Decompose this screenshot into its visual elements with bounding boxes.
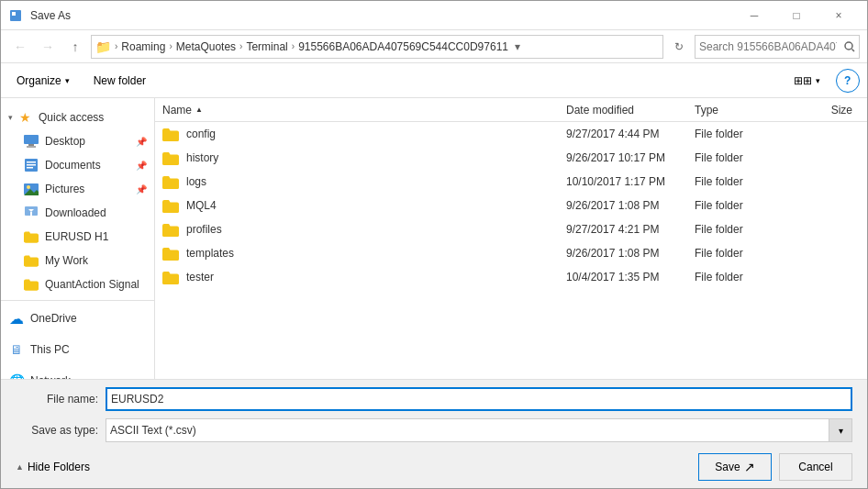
col-date-header[interactable]: Date modified [566,104,695,117]
breadcrumb-item-terminal: Terminal [246,40,287,53]
help-button[interactable]: ? [836,69,860,93]
hide-folders-chevron-icon: ▲ [16,462,24,472]
quantaction-label: QuantAction Signal [45,278,147,291]
pictures-pin-icon: 📌 [136,184,147,194]
sidebar-item-onedrive[interactable]: ☁ OneDrive [1,305,154,332]
col-type-header[interactable]: Type [695,104,786,117]
pictures-label: Pictures [45,183,132,195]
savetype-row: Save as type: ASCII Text (*.csv) ▾ [16,418,852,442]
file-row-tester[interactable]: tester 10/4/2017 1:35 PM File folder [155,265,867,289]
sidebar-item-eurusd[interactable]: EURUSD H1 [1,225,154,249]
new-folder-button[interactable]: New folder [85,69,154,93]
desktop-icon [23,133,39,150]
bottom-bar: File name: Save as type: ASCII Text (*.c… [1,379,867,488]
filename-label: File name: [16,393,98,406]
quick-access-chevron: ▾ [8,113,13,122]
breadcrumb-dropdown-button[interactable]: ▾ [508,35,527,59]
sidebar-item-pictures[interactable]: Pictures 📌 [1,177,154,201]
folder-icon-history [162,150,179,166]
view-dropdown-icon: ▾ [816,76,820,85]
file-name-history: history [186,151,566,164]
documents-label: Documents [45,159,132,172]
up-button[interactable]: ↑ [63,35,87,59]
svg-line-3 [852,49,855,51]
sidebar-item-mywork[interactable]: My Work [1,249,154,272]
file-row-profiles[interactable]: profiles 9/27/2017 4:21 PM File folder [155,217,867,241]
sidebar-item-desktop[interactable]: Desktop 📌 [1,129,154,153]
sidebar: ▾ ★ Quick access Desktop 📌 [1,98,155,379]
sidebar-item-quantaction[interactable]: QuantAction Signal [1,272,154,296]
save-as-dialog: Save As ─ □ × ← → ↑ 📁 › Roaming › MetaQu… [0,0,868,489]
minimize-button[interactable]: ─ [733,1,775,30]
save-button[interactable]: Save ↗ [698,453,772,481]
dialog-icon [8,8,23,23]
sidebar-item-documents[interactable]: Documents 📌 [1,153,154,177]
svg-point-2 [845,42,852,50]
file-row-mql4[interactable]: MQL4 9/26/2017 1:08 PM File folder [155,194,867,217]
filename-input[interactable] [106,387,852,411]
svg-rect-5 [28,144,34,146]
back-button[interactable]: ← [8,35,32,59]
title-bar-controls: ─ □ × [733,1,860,30]
folder-icon-mql4 [162,197,179,214]
file-row-templates[interactable]: templates 9/26/2017 1:08 PM File folder [155,241,867,265]
nav-bar: ← → ↑ 📁 › Roaming › MetaQuotes › Termina… [1,30,867,63]
search-box [695,35,860,59]
file-name-mql4: MQL4 [186,199,566,212]
file-date-profiles: 9/27/2017 4:21 PM [566,223,695,236]
hide-folders-row[interactable]: ▲ Hide Folders [16,461,691,473]
svg-rect-4 [24,135,39,144]
file-date-config: 9/27/2017 4:44 PM [566,128,695,140]
svg-rect-9 [27,164,36,166]
breadcrumb-bar[interactable]: 📁 › Roaming › MetaQuotes › Terminal › 91… [91,35,663,59]
sidebar-item-network[interactable]: 🌐 Network [1,367,154,379]
view-button[interactable]: ⊞⊞ ▾ [785,69,829,93]
file-type-logs: File folder [695,175,786,188]
file-date-mql4: 9/26/2017 1:08 PM [566,199,695,212]
main-content: ▾ ★ Quick access Desktop 📌 [1,98,867,379]
hide-folders-label: Hide Folders [28,461,90,473]
sidebar-section-quick-access: ▾ ★ Quick access Desktop 📌 [1,106,154,296]
folder-icon-templates [162,245,179,261]
folder-icon-logs [162,173,179,190]
search-input[interactable] [696,40,840,53]
savetype-wrapper: ASCII Text (*.csv) ▾ [106,418,852,442]
savetype-select[interactable]: ASCII Text (*.csv) [106,418,852,442]
file-name-logs: logs [186,175,566,188]
dialog-title: Save As [30,9,733,22]
forward-button[interactable]: → [36,35,60,59]
col-size-header[interactable]: Size [786,104,860,117]
col-name-header[interactable]: Name ▲ [162,104,566,117]
mywork-folder-icon [23,252,39,269]
sidebar-item-downloaded[interactable]: Downloaded [1,201,154,225]
this-pc-label: This PC [30,343,70,356]
file-row-logs[interactable]: logs 10/10/2017 1:17 PM File folder [155,170,867,194]
onedrive-icon: ☁ [8,310,25,327]
file-date-history: 9/26/2017 10:17 PM [566,151,695,164]
save-cursor-icon: ↗ [744,460,755,474]
organize-button[interactable]: Organize ▾ [8,69,78,93]
file-name-config: config [186,128,566,140]
file-name-tester: tester [186,271,566,283]
file-type-history: File folder [695,151,786,164]
close-button[interactable]: × [818,1,860,30]
breadcrumb-item-roaming: Roaming [121,40,165,53]
svg-rect-1 [12,12,16,16]
folder-icon-config [162,126,179,142]
file-row-history[interactable]: history 9/26/2017 10:17 PM File folder [155,146,867,170]
eurusd-folder-icon [23,228,39,245]
svg-rect-17 [27,216,36,217]
eurusd-label: EURUSD H1 [45,230,147,243]
svg-rect-6 [27,146,36,148]
refresh-button[interactable]: ↻ [667,35,691,59]
file-type-templates: File folder [695,247,786,260]
maximize-button[interactable]: □ [775,1,818,30]
quick-access-icon: ★ [17,109,33,126]
svg-rect-10 [27,167,33,169]
sidebar-item-this-pc[interactable]: 🖥 This PC [1,336,154,363]
onedrive-label: OneDrive [30,312,77,325]
sidebar-quick-access-header[interactable]: ▾ ★ Quick access [1,106,154,129]
save-label: Save [715,461,740,473]
file-row-config[interactable]: config 9/27/2017 4:44 PM File folder [155,122,867,146]
cancel-button[interactable]: Cancel [779,453,852,481]
